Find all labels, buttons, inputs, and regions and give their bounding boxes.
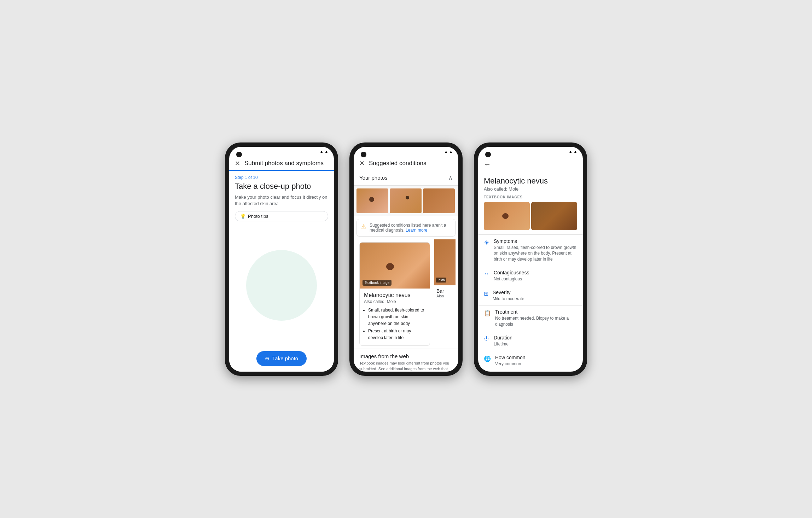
your-photos-header: Your photos ∧ (354, 170, 458, 186)
close-icon-1[interactable]: ✕ (235, 159, 240, 167)
condition-name-1: Melanocytic nevus (364, 292, 425, 298)
textbook-badge-2: Textb (436, 278, 446, 283)
phone-2-app-bar: ✕ Suggested conditions (354, 157, 458, 170)
status-icons-2: ▲ ▲ (444, 150, 453, 153)
app-bar-title-2: Suggested conditions (369, 160, 427, 167)
lightbulb-icon: 💡 (240, 214, 246, 219)
wifi-icon: ▲ (320, 150, 323, 153)
web-images-section: Images from the web Textbook images may … (354, 349, 458, 371)
phone-3-content: Melanocytic nevus Also called: Mole TEXT… (478, 172, 583, 372)
wifi-icon-3: ▲ (569, 150, 572, 153)
contagiousness-title: Contagiousness (494, 270, 529, 275)
step-heading: Take a close-up photo (229, 181, 334, 194)
phone-1-app-bar: ✕ Submit photos and symptoms (229, 157, 334, 171)
phone-2-status-bar: ▲ ▲ (354, 147, 458, 157)
take-photo-label: Take photo (272, 355, 298, 361)
close-icon-2[interactable]: ✕ (359, 159, 365, 167)
textbook-img-2[interactable] (531, 202, 577, 230)
condition-bullets-1: Small, raised, flesh-colored to brown gr… (364, 307, 425, 342)
duration-content: Duration Lifetime (494, 335, 512, 347)
how-common-section: 🌐 How common Very common (478, 351, 583, 371)
how-common-title: How common (495, 355, 526, 360)
photo-thumb-1[interactable] (356, 188, 388, 213)
phone-1-screen: ▲ ▲ ✕ Submit photos and symptoms Step 1 … (229, 147, 334, 372)
circle-background (246, 250, 317, 321)
your-photos-label: Your photos (359, 175, 388, 181)
treatment-text: No treament needed. Biopsy to make a dia… (495, 315, 577, 327)
textbook-img-1[interactable] (484, 202, 530, 230)
take-photo-button[interactable]: ⊕ Take photo (256, 351, 307, 366)
duration-section: ⏱ Duration Lifetime (478, 331, 583, 351)
condition-also-2: Also (436, 294, 453, 298)
detail-also-called: Also called: Mole (478, 186, 583, 195)
disclaimer-box: ⚠ Suggested conditions listed here aren'… (356, 219, 456, 237)
wifi-icon-2: ▲ (444, 150, 448, 153)
phone-3-status-bar: ▲ ▲ (478, 147, 583, 157)
web-images-desc: Textbook images may look different from … (359, 361, 453, 371)
textbook-skin-1 (484, 202, 530, 230)
symptoms-content: Symptoms Small, raised, flesh-colored to… (494, 238, 577, 262)
severity-title: Severity (493, 290, 524, 295)
symptoms-text: Small, raised, flesh-colored to brown gr… (494, 245, 577, 262)
how-common-content: How common Very common (495, 355, 526, 367)
app-bar-title-1: Submit photos and symptoms (244, 160, 324, 167)
phone-2-notch (361, 152, 366, 157)
web-images-title: Images from the web (359, 353, 453, 359)
symptoms-icon: ☀ (484, 239, 489, 247)
status-icons-1: ▲ ▲ (320, 150, 328, 153)
phone-2-content: Your photos ∧ (354, 170, 458, 372)
signal-icon-3: ▲ (574, 150, 577, 153)
textbook-images-row (478, 202, 583, 234)
phone-3-wrapper: ▲ ▲ ← Melanocytic nevus Also called: Mol… (474, 142, 587, 376)
illustration-area (229, 226, 334, 345)
step-indicator: Step 1 of 10 (229, 171, 334, 181)
contagiousness-content: Contagiousness Not contagious (494, 270, 529, 282)
phone-3: ▲ ▲ ← Melanocytic nevus Also called: Mol… (474, 142, 587, 376)
textbook-badge-1: Textbook image (362, 280, 392, 286)
severity-text: Mild to moderate (493, 296, 524, 302)
photo-tips-button[interactable]: 💡 Photo tips (235, 211, 328, 221)
treatment-section: 📋 Treatment No treament needed. Biopsy t… (478, 305, 583, 331)
condition-card-partial[interactable]: Textb Bar Also (434, 239, 456, 349)
duration-icon: ⏱ (484, 336, 489, 342)
how-common-text: Very common (495, 361, 526, 367)
take-photo-bar: ⊕ Take photo (229, 345, 334, 372)
symptoms-title: Symptoms (494, 238, 577, 244)
detail-condition-name: Melanocytic nevus (478, 172, 583, 186)
contagiousness-text: Not contagious (494, 276, 529, 282)
bullet-1: Small, raised, flesh-colored to brown gr… (368, 307, 425, 327)
condition-info-1: Melanocytic nevus Also called: Mole Smal… (360, 289, 430, 346)
phone-3-notch (485, 152, 491, 157)
bullet-2: Present at birth or may develop later in… (368, 328, 425, 341)
phone-1-wrapper: ▲ ▲ ✕ Submit photos and symptoms Step 1 … (225, 142, 338, 376)
phone-1: ▲ ▲ ✕ Submit photos and symptoms Step 1 … (225, 142, 338, 376)
learn-more-link[interactable]: Learn more (406, 228, 427, 233)
condition-also-1: Also called: Mole (364, 299, 425, 304)
how-common-icon: 🌐 (484, 355, 491, 362)
photo-thumb-2[interactable] (390, 188, 422, 213)
phone-2: ▲ ▲ ✕ Suggested conditions Your photos ∧ (349, 142, 463, 376)
severity-content: Severity Mild to moderate (493, 290, 524, 302)
severity-section: ⊞ Severity Mild to moderate (478, 286, 583, 305)
phone-2-wrapper: ▲ ▲ ✕ Suggested conditions Your photos ∧ (349, 142, 463, 376)
detail-header: ← (478, 157, 583, 172)
condition-cards-row: Textbook image Melanocytic nevus Also ca… (354, 239, 458, 349)
condition-name-2: Bar (436, 288, 453, 294)
condition-card-1[interactable]: Textbook image Melanocytic nevus Also ca… (359, 242, 430, 346)
duration-title: Duration (494, 335, 512, 341)
textbook-images-label: TEXTBOOK IMAGES (478, 195, 583, 202)
phone-1-status-bar: ▲ ▲ (229, 147, 334, 157)
condition-card-img-1: Textbook image (360, 243, 430, 289)
back-icon[interactable]: ← (484, 160, 491, 168)
photo-tips-label: Photo tips (248, 214, 268, 219)
signal-icon-2: ▲ (449, 150, 453, 153)
photo-thumb-3[interactable] (423, 188, 455, 213)
duration-text: Lifetime (494, 341, 512, 347)
disclaimer-text: Suggested conditions listed here aren't … (370, 223, 451, 233)
camera-icon: ⊕ (265, 355, 269, 362)
phones-container: ▲ ▲ ✕ Submit photos and symptoms Step 1 … (225, 142, 587, 376)
contagiousness-icon: ↔ (484, 270, 489, 277)
warning-icon: ⚠ (361, 223, 366, 230)
collapse-icon[interactable]: ∧ (448, 174, 453, 181)
phone-3-screen: ▲ ▲ ← Melanocytic nevus Also called: Mol… (478, 147, 583, 372)
